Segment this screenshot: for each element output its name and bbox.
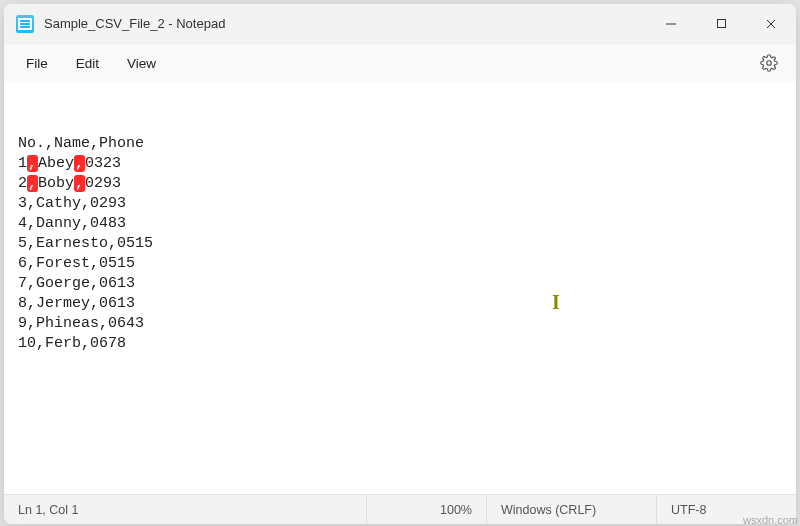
settings-button[interactable] bbox=[760, 54, 778, 72]
minimize-button[interactable] bbox=[646, 4, 696, 43]
text-line: 4,Danny,0483 bbox=[18, 214, 782, 234]
notepad-window: Sample_CSV_File_2 - Notepad File Edit Vi… bbox=[4, 4, 796, 524]
svg-rect-1 bbox=[717, 20, 725, 28]
status-position: Ln 1, Col 1 bbox=[4, 495, 366, 524]
text-line: 2,Boby,0293 bbox=[18, 174, 782, 194]
titlebar: Sample_CSV_File_2 - Notepad bbox=[4, 4, 796, 44]
text-line: 5,Earnesto,0515 bbox=[18, 234, 782, 254]
menu-file[interactable]: File bbox=[12, 50, 62, 77]
text-line: 8,Jermey,0613 bbox=[18, 294, 782, 314]
notepad-icon bbox=[16, 15, 34, 33]
text-line: 10,Ferb,0678 bbox=[18, 334, 782, 354]
statusbar: Ln 1, Col 1 100% Windows (CRLF) UTF-8 bbox=[4, 494, 796, 524]
text-line: No.,Name,Phone bbox=[18, 134, 782, 154]
text-line: 6,Forest,0515 bbox=[18, 254, 782, 274]
status-eol: Windows (CRLF) bbox=[486, 495, 656, 524]
menu-view[interactable]: View bbox=[113, 50, 170, 77]
text-line: 7,Goerge,0613 bbox=[18, 274, 782, 294]
highlight-char: , bbox=[74, 155, 85, 172]
window-title: Sample_CSV_File_2 - Notepad bbox=[44, 16, 225, 31]
window-controls bbox=[646, 4, 796, 43]
svg-point-4 bbox=[767, 61, 772, 66]
text-area[interactable]: No.,Name,Phone1,Abey,03232,Boby,02933,Ca… bbox=[4, 82, 796, 494]
menubar: File Edit View bbox=[4, 44, 796, 82]
status-zoom: 100% bbox=[366, 495, 486, 524]
watermark: wsxdn.com bbox=[743, 514, 798, 526]
text-line: 9,Phineas,0643 bbox=[18, 314, 782, 334]
highlight-char: , bbox=[27, 175, 38, 192]
menu-edit[interactable]: Edit bbox=[62, 50, 113, 77]
highlight-char: , bbox=[27, 155, 38, 172]
close-button[interactable] bbox=[746, 4, 796, 43]
highlight-char: , bbox=[74, 175, 85, 192]
text-line: 3,Cathy,0293 bbox=[18, 194, 782, 214]
maximize-button[interactable] bbox=[696, 4, 746, 43]
text-line: 1,Abey,0323 bbox=[18, 154, 782, 174]
